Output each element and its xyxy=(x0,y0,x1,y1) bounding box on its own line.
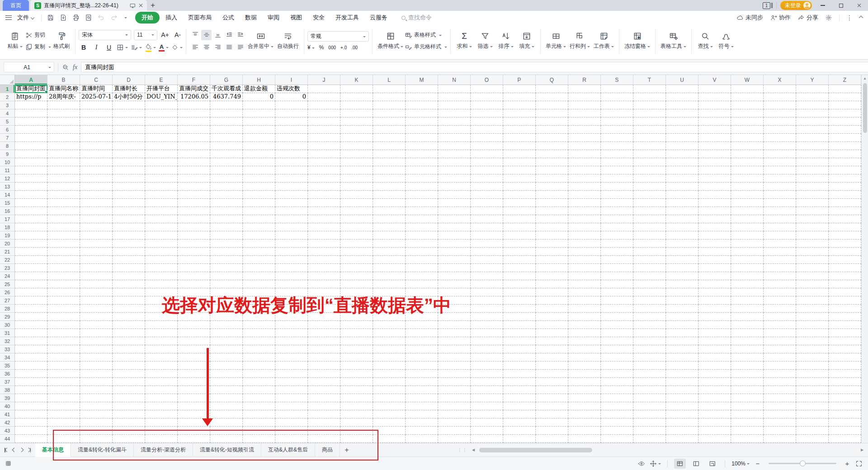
cell-C3[interactable] xyxy=(80,101,113,109)
cell-Z5[interactable] xyxy=(829,118,861,126)
cell-O9[interactable] xyxy=(471,150,503,158)
cell-T42[interactable] xyxy=(633,418,666,427)
cell-P25[interactable] xyxy=(503,280,536,288)
column-header-I[interactable]: I xyxy=(275,75,308,85)
cell-Q10[interactable] xyxy=(536,158,568,166)
cell-P36[interactable] xyxy=(503,370,536,378)
cell-D14[interactable] xyxy=(113,191,145,199)
cell-H15[interactable] xyxy=(243,199,275,207)
cell-S42[interactable] xyxy=(601,418,633,427)
cell-D1[interactable]: 直播时长 xyxy=(113,85,145,93)
cell-R11[interactable] xyxy=(568,166,601,174)
cell-E40[interactable] xyxy=(145,402,178,410)
cell-Y31[interactable] xyxy=(796,329,829,337)
tab-splitter[interactable]: ⋮⋮ xyxy=(458,447,467,452)
cell-R7[interactable] xyxy=(568,134,601,142)
cell-Y20[interactable] xyxy=(796,240,829,248)
cell-W12[interactable] xyxy=(731,174,764,183)
cell-T38[interactable] xyxy=(633,386,666,394)
cell-R26[interactable] xyxy=(568,288,601,296)
cell-H8[interactable] xyxy=(243,142,275,150)
cell-L17[interactable] xyxy=(373,215,406,223)
cell-N3[interactable] xyxy=(438,101,471,109)
cell-U2[interactable] xyxy=(666,93,698,101)
row-header-18[interactable]: 18 xyxy=(0,223,14,231)
sheet-tab-商品[interactable]: 商品 xyxy=(315,443,340,457)
cell-Y22[interactable] xyxy=(796,256,829,264)
cell-H38[interactable] xyxy=(243,386,275,394)
cell-B13[interactable] xyxy=(47,183,80,191)
row-header-13[interactable]: 13 xyxy=(0,183,14,191)
cell-D10[interactable] xyxy=(113,158,145,166)
cell-B36[interactable] xyxy=(47,370,80,378)
cell-Q12[interactable] xyxy=(536,174,568,183)
cell-M30[interactable] xyxy=(406,321,438,329)
cell-W3[interactable] xyxy=(731,101,764,109)
cell-U18[interactable] xyxy=(666,223,698,231)
cell-Y21[interactable] xyxy=(796,248,829,256)
cell-Q3[interactable] xyxy=(536,101,568,109)
cell-O44[interactable] xyxy=(471,435,503,443)
cell-E37[interactable] xyxy=(145,378,178,386)
cell-C30[interactable] xyxy=(80,321,113,329)
cell-Z7[interactable] xyxy=(829,134,861,142)
cell-I9[interactable] xyxy=(275,150,308,158)
cell-G9[interactable] xyxy=(210,150,243,158)
cell-S10[interactable] xyxy=(601,158,633,166)
cell-S26[interactable] xyxy=(601,288,633,296)
column-header-B[interactable]: B xyxy=(47,75,80,85)
row-header-30[interactable]: 30 xyxy=(0,321,14,329)
cell-T44[interactable] xyxy=(633,435,666,443)
cell-O25[interactable] xyxy=(471,280,503,288)
cell-J10[interactable] xyxy=(308,158,340,166)
row-header-31[interactable]: 31 xyxy=(0,329,14,337)
cell-Y13[interactable] xyxy=(796,183,829,191)
cell-U31[interactable] xyxy=(666,329,698,337)
cell-M36[interactable] xyxy=(406,370,438,378)
cell-B27[interactable] xyxy=(47,296,80,305)
cell-Q21[interactable] xyxy=(536,248,568,256)
cell-K1[interactable] xyxy=(340,85,373,93)
cell-E5[interactable] xyxy=(145,118,178,126)
cell-J37[interactable] xyxy=(308,378,340,386)
cell-V21[interactable] xyxy=(698,248,731,256)
cell-J21[interactable] xyxy=(308,248,340,256)
cell-P21[interactable] xyxy=(503,248,536,256)
cell-P15[interactable] xyxy=(503,199,536,207)
cell-J15[interactable] xyxy=(308,199,340,207)
cell-T4[interactable] xyxy=(633,109,666,118)
cell-S36[interactable] xyxy=(601,370,633,378)
cell-H42[interactable] xyxy=(243,418,275,427)
cell-Z37[interactable] xyxy=(829,378,861,386)
row-header-21[interactable]: 21 xyxy=(0,248,14,256)
cell-P41[interactable] xyxy=(503,410,536,418)
cell-V18[interactable] xyxy=(698,223,731,231)
cell-Q29[interactable] xyxy=(536,313,568,321)
underline-button[interactable]: U xyxy=(104,43,114,52)
cell-E44[interactable] xyxy=(145,435,178,443)
cell-V20[interactable] xyxy=(698,240,731,248)
cell-E3[interactable] xyxy=(145,101,178,109)
cell-T1[interactable] xyxy=(633,85,666,93)
cell-L23[interactable] xyxy=(373,264,406,272)
cell-X31[interactable] xyxy=(764,329,796,337)
menu-item-页面布局[interactable]: 页面布局 xyxy=(183,12,217,24)
menu-item-视图[interactable]: 视图 xyxy=(285,12,307,24)
cell-Z33[interactable] xyxy=(829,345,861,353)
hamburger-menu-icon[interactable] xyxy=(5,15,12,20)
cell-G35[interactable] xyxy=(210,362,243,370)
cell-X22[interactable] xyxy=(764,256,796,264)
cell-Q25[interactable] xyxy=(536,280,568,288)
paste-button[interactable]: 粘贴 xyxy=(5,27,25,55)
cell-P39[interactable] xyxy=(503,394,536,402)
cell-Z44[interactable] xyxy=(829,435,861,443)
cell-E6[interactable] xyxy=(145,126,178,134)
cell-A4[interactable] xyxy=(15,109,47,118)
cell-I36[interactable] xyxy=(275,370,308,378)
cell-A6[interactable] xyxy=(15,126,47,134)
cell-W39[interactable] xyxy=(731,394,764,402)
cell-O6[interactable] xyxy=(471,126,503,134)
cell-E14[interactable] xyxy=(145,191,178,199)
cell-F40[interactable] xyxy=(178,402,210,410)
cell-P13[interactable] xyxy=(503,183,536,191)
